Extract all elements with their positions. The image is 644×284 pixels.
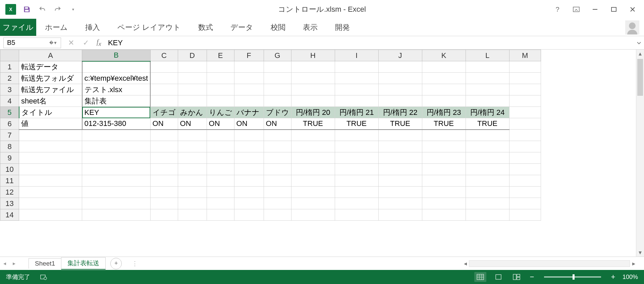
- cell[interactable]: [378, 141, 422, 152]
- tab-home[interactable]: ホーム: [36, 19, 76, 36]
- row-header[interactable]: 7: [0, 130, 19, 141]
- cell[interactable]: TRUE: [291, 118, 335, 130]
- cell[interactable]: 転送データ: [19, 61, 82, 73]
- cell[interactable]: [291, 61, 335, 73]
- select-all-corner[interactable]: [0, 50, 19, 61]
- cell[interactable]: [82, 61, 151, 73]
- tab-page-layout[interactable]: ページ レイアウト: [109, 19, 190, 36]
- scrollbar-thumb[interactable]: [637, 59, 643, 96]
- sheet-nav-prev[interactable]: ◂: [0, 260, 9, 267]
- cell[interactable]: [335, 95, 378, 107]
- cell[interactable]: [150, 141, 178, 152]
- cell[interactable]: [150, 198, 178, 209]
- column-header[interactable]: E: [207, 50, 234, 61]
- vertical-scrollbar[interactable]: ▴ ▾: [636, 50, 644, 257]
- minimize-button[interactable]: [590, 5, 600, 14]
- row-header[interactable]: 5: [0, 107, 19, 118]
- cell[interactable]: TRUE: [422, 118, 466, 130]
- cell[interactable]: バナナ: [234, 107, 264, 118]
- cell[interactable]: [335, 198, 378, 209]
- cell[interactable]: [466, 152, 509, 164]
- row-header[interactable]: 1: [0, 61, 19, 73]
- cell[interactable]: [178, 95, 207, 107]
- cell[interactable]: [509, 61, 541, 73]
- cell[interactable]: [82, 164, 151, 175]
- cell[interactable]: [264, 141, 291, 152]
- row-header[interactable]: 6: [0, 118, 19, 130]
- tab-split-handle[interactable]: ⋮: [132, 260, 138, 267]
- zoom-out-button[interactable]: −: [529, 273, 535, 281]
- cell[interactable]: [234, 141, 264, 152]
- sheet-tab-active[interactable]: 集計表転送: [61, 257, 106, 270]
- cell[interactable]: [509, 198, 541, 209]
- cell[interactable]: [19, 198, 82, 209]
- cell[interactable]: [466, 61, 509, 73]
- cell[interactable]: [178, 61, 207, 73]
- cell[interactable]: [378, 175, 422, 187]
- cell[interactable]: イチゴ: [150, 107, 178, 118]
- cell[interactable]: [422, 175, 466, 187]
- add-sheet-button[interactable]: +: [110, 258, 122, 269]
- cell[interactable]: [207, 95, 234, 107]
- cell[interactable]: 円/楕円 23: [422, 107, 466, 118]
- cell[interactable]: TRUE: [335, 118, 378, 130]
- cell[interactable]: [82, 187, 151, 198]
- cell[interactable]: [378, 84, 422, 95]
- cell[interactable]: [378, 61, 422, 73]
- cell[interactable]: [178, 209, 207, 221]
- row-header[interactable]: 11: [0, 175, 19, 187]
- cell[interactable]: [178, 73, 207, 84]
- cell[interactable]: [207, 152, 234, 164]
- cell[interactable]: [82, 141, 151, 152]
- ribbon-display-button[interactable]: [572, 5, 581, 14]
- column-header[interactable]: G: [264, 50, 291, 61]
- cell[interactable]: [150, 61, 178, 73]
- cell[interactable]: [466, 73, 509, 84]
- cell[interactable]: ON: [178, 118, 207, 130]
- column-header[interactable]: H: [291, 50, 335, 61]
- cell[interactable]: [466, 84, 509, 95]
- cell[interactable]: [19, 209, 82, 221]
- column-header[interactable]: C: [150, 50, 178, 61]
- cell[interactable]: [207, 198, 234, 209]
- close-button[interactable]: [628, 5, 637, 14]
- cell[interactable]: [422, 198, 466, 209]
- cell[interactable]: [335, 61, 378, 73]
- cell[interactable]: [178, 198, 207, 209]
- fx-icon[interactable]: fx: [97, 38, 101, 48]
- cell[interactable]: [19, 152, 82, 164]
- help-button[interactable]: ?: [553, 5, 562, 14]
- cell[interactable]: [207, 73, 234, 84]
- cell[interactable]: ON: [207, 118, 234, 130]
- cell[interactable]: [150, 209, 178, 221]
- cell[interactable]: [82, 198, 151, 209]
- cell[interactable]: [234, 209, 264, 221]
- cell[interactable]: [335, 187, 378, 198]
- cell[interactable]: [422, 141, 466, 152]
- cell[interactable]: [378, 95, 422, 107]
- tab-formulas[interactable]: 数式: [190, 19, 222, 36]
- cell[interactable]: 転送先フォルダ: [19, 73, 82, 84]
- cell[interactable]: [466, 175, 509, 187]
- cell[interactable]: [19, 164, 82, 175]
- formula-input[interactable]: [107, 38, 634, 48]
- cell[interactable]: [207, 61, 234, 73]
- column-header[interactable]: A: [19, 50, 82, 61]
- tab-insert[interactable]: 挿入: [76, 19, 109, 36]
- hscroll-right-icon[interactable]: ▸: [630, 260, 637, 267]
- cell[interactable]: [207, 84, 234, 95]
- cell[interactable]: sheet名: [19, 95, 82, 107]
- row-header[interactable]: 2: [0, 73, 19, 84]
- tab-developer[interactable]: 開発: [326, 19, 359, 36]
- view-page-break-button[interactable]: [511, 272, 523, 282]
- save-button[interactable]: [22, 5, 32, 14]
- zoom-in-button[interactable]: +: [610, 273, 616, 281]
- column-header[interactable]: J: [378, 50, 422, 61]
- cell[interactable]: [335, 141, 378, 152]
- cell[interactable]: [378, 187, 422, 198]
- row-header[interactable]: 9: [0, 152, 19, 164]
- cell[interactable]: [291, 84, 335, 95]
- cell[interactable]: [234, 175, 264, 187]
- cell[interactable]: ブドウ: [264, 107, 291, 118]
- cell[interactable]: [264, 198, 291, 209]
